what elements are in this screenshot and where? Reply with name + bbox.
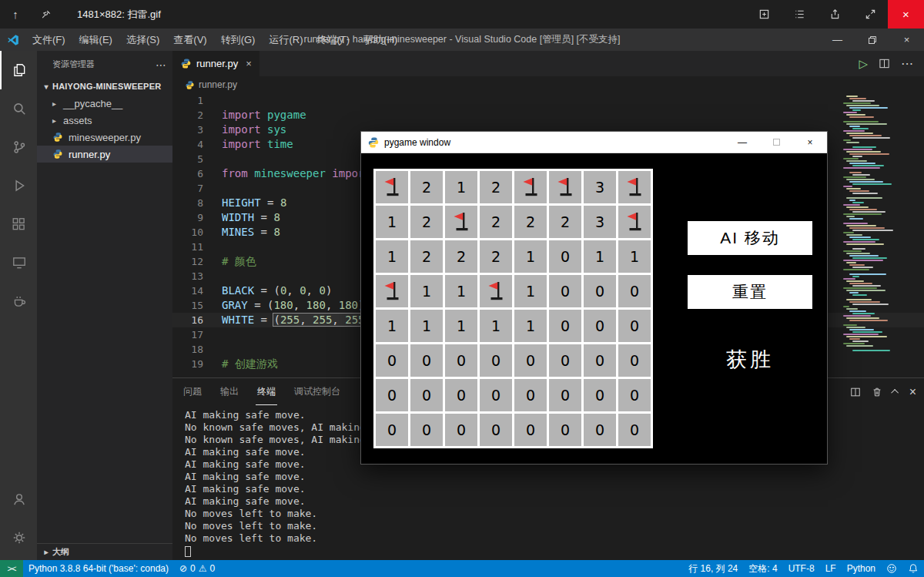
grid-cell-4-6[interactable]: 0 (584, 310, 616, 342)
language-mode[interactable]: Python (842, 560, 881, 577)
minimize-button[interactable]: — (820, 29, 855, 51)
grid-cell-1-7[interactable] (618, 206, 651, 238)
menu-item[interactable]: 编辑(E) (72, 29, 119, 51)
grid-cell-3-5[interactable]: 0 (549, 275, 581, 307)
grid-cell-1-5[interactable]: 2 (549, 206, 581, 238)
tab-runner-py[interactable]: runner.py × (172, 51, 259, 76)
grid-cell-0-0[interactable] (376, 171, 408, 203)
grid-cell-5-2[interactable]: 0 (445, 344, 477, 377)
grid-cell-7-1[interactable]: 0 (410, 414, 443, 446)
panel-tab[interactable]: 输出 (219, 379, 240, 404)
grid-cell-0-6[interactable]: 3 (584, 171, 616, 203)
feedback-smiley-icon[interactable] (881, 560, 902, 577)
activity-remote-explorer-icon[interactable] (0, 243, 37, 282)
grid-cell-2-3[interactable]: 2 (480, 240, 512, 273)
grid-cell-1-6[interactable]: 3 (584, 206, 616, 238)
grid-cell-3-3[interactable] (480, 275, 512, 307)
grid-cell-7-6[interactable]: 0 (584, 414, 616, 446)
grid-cell-4-7[interactable]: 0 (618, 310, 651, 342)
sidebar-more-icon[interactable]: ⋯ (156, 59, 166, 71)
outline-section[interactable]: ▸ 大纲 (37, 543, 172, 560)
panel-tab[interactable]: 问题 (182, 379, 203, 404)
panel-layout-icon[interactable] (850, 387, 861, 398)
panel-tab[interactable]: 调试控制台 (293, 379, 342, 404)
notifications-bell-icon[interactable] (902, 560, 924, 577)
close-window-button[interactable]: × (889, 29, 924, 51)
activity-source-control-icon[interactable] (0, 128, 37, 166)
grid-cell-4-2[interactable]: 1 (445, 310, 477, 342)
grid-cell-6-1[interactable]: 0 (410, 379, 443, 411)
split-editor-icon[interactable] (879, 58, 890, 69)
cursor-position[interactable]: 行 16, 列 24 (683, 560, 743, 577)
grid-cell-5-1[interactable]: 0 (410, 344, 443, 377)
grid-cell-7-3[interactable]: 0 (480, 414, 512, 446)
activity-extensions-icon[interactable] (0, 205, 37, 243)
grid-cell-3-4[interactable]: 1 (514, 275, 547, 307)
tree-item-runner-py[interactable]: runner.py (37, 146, 172, 163)
workspace-root[interactable]: ▾ HAIYONG-MINESWEEPER (37, 78, 172, 95)
grid-cell-3-6[interactable]: 0 (584, 275, 616, 307)
ai-move-button[interactable]: AI 移动 (688, 221, 812, 255)
share-icon[interactable] (817, 0, 852, 29)
viewer-close-button[interactable]: × (888, 0, 924, 29)
reset-button[interactable]: 重置 (688, 275, 812, 309)
grid-cell-6-4[interactable]: 0 (514, 379, 547, 411)
grid-cell-0-2[interactable]: 1 (445, 171, 477, 203)
grid-cell-4-0[interactable]: 1 (376, 310, 408, 342)
grid-cell-6-0[interactable]: 0 (376, 379, 408, 411)
pygame-titlebar[interactable]: pygame window — × (361, 132, 827, 153)
eol-sequence[interactable]: LF (820, 560, 842, 577)
grid-cell-0-5[interactable] (549, 171, 581, 203)
grid-cell-5-5[interactable]: 0 (549, 344, 581, 377)
grid-cell-4-4[interactable]: 1 (514, 310, 547, 342)
menu-item[interactable]: 运行(R) (262, 29, 310, 51)
grid-cell-1-0[interactable]: 1 (376, 206, 408, 238)
encoding[interactable]: UTF-8 (783, 560, 820, 577)
pygame-maximize-button[interactable] (759, 132, 793, 153)
tree-item---pycache--[interactable]: ▸__pycache__ (37, 95, 172, 112)
more-actions-icon[interactable]: ⋯ (901, 56, 913, 71)
grid-cell-6-2[interactable]: 0 (445, 379, 477, 411)
grid-cell-4-1[interactable]: 1 (410, 310, 443, 342)
grid-cell-6-6[interactable]: 0 (584, 379, 616, 411)
activity-run-debug-icon[interactable] (0, 166, 37, 205)
activity-explorer-icon[interactable] (0, 51, 37, 89)
grid-cell-1-2[interactable] (445, 206, 477, 238)
close-panel-icon[interactable]: × (909, 385, 916, 399)
menu-item[interactable]: 查看(V) (166, 29, 213, 51)
grid-cell-7-2[interactable]: 0 (445, 414, 477, 446)
kill-terminal-trash-icon[interactable] (872, 387, 882, 398)
menu-item[interactable]: 文件(F) (25, 29, 72, 51)
grid-cell-2-6[interactable]: 1 (584, 240, 616, 273)
restore-button[interactable] (855, 29, 889, 51)
grid-cell-1-4[interactable]: 2 (514, 206, 547, 238)
activity-coffee-icon[interactable] (0, 282, 37, 320)
pin-icon[interactable] (31, 0, 62, 29)
gallery-list-icon[interactable] (782, 0, 817, 29)
grid-cell-0-4[interactable] (514, 171, 547, 203)
grid-cell-6-5[interactable]: 0 (549, 379, 581, 411)
run-python-file-icon[interactable]: ▷ (859, 57, 868, 71)
new-window-icon[interactable] (746, 0, 782, 29)
grid-cell-5-3[interactable]: 0 (480, 344, 512, 377)
minimap[interactable] (843, 93, 893, 377)
remote-indicator[interactable]: >< (0, 560, 23, 577)
grid-cell-3-1[interactable]: 1 (410, 275, 443, 307)
grid-cell-7-4[interactable]: 0 (514, 414, 547, 446)
indentation[interactable]: 空格: 4 (743, 560, 782, 577)
settings-gear-icon[interactable] (0, 518, 37, 557)
pygame-close-button[interactable]: × (793, 132, 827, 153)
problems-indicator[interactable]: ⊘ 0 ⚠ 0 (174, 560, 220, 577)
grid-cell-7-5[interactable]: 0 (549, 414, 581, 446)
grid-cell-1-1[interactable]: 2 (410, 206, 443, 238)
grid-cell-5-4[interactable]: 0 (514, 344, 547, 377)
maximize-panel-icon[interactable] (891, 389, 899, 397)
breadcrumb[interactable]: runner.py (172, 76, 924, 93)
grid-cell-2-4[interactable]: 1 (514, 240, 547, 273)
grid-cell-5-0[interactable]: 0 (376, 344, 408, 377)
activity-search-icon[interactable] (0, 89, 37, 128)
grid-cell-3-7[interactable]: 0 (618, 275, 651, 307)
tree-item-minesweeper-py[interactable]: minesweeper.py (37, 129, 172, 146)
grid-cell-6-7[interactable]: 0 (618, 379, 651, 411)
tab-close-icon[interactable]: × (246, 58, 252, 69)
